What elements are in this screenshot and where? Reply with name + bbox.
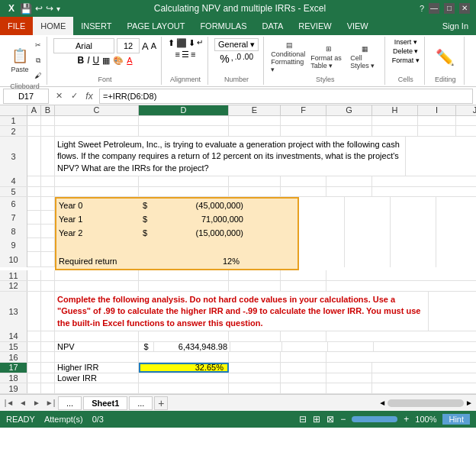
cell-b13[interactable] [41, 292, 55, 331]
cell-b15[interactable] [41, 342, 55, 352]
col-header-f[interactable]: F [281, 105, 326, 115]
cell-d8-sym[interactable]: $ [140, 228, 156, 237]
cell-g18[interactable] [326, 373, 372, 383]
cell-b18[interactable] [41, 373, 55, 383]
cell-d15-val[interactable]: 6,434,948.98 [154, 342, 230, 352]
cell-b6[interactable] [41, 197, 55, 211]
cell-g6[interactable] [345, 197, 391, 211]
cell-e12[interactable] [229, 281, 281, 291]
cell-b19[interactable] [41, 383, 55, 393]
cell-a17[interactable] [27, 363, 41, 373]
cell-d6[interactable]: (45,000,000) [156, 201, 246, 210]
cancel-formula-button[interactable]: ✕ [52, 89, 66, 103]
cell-a12[interactable] [27, 281, 41, 291]
cell-f7[interactable] [299, 211, 345, 224]
cell-b17[interactable] [41, 363, 55, 373]
cell-c14[interactable] [55, 331, 139, 341]
sheet-tab-sheet1[interactable]: Sheet1 [83, 396, 127, 410]
col-header-g[interactable]: G [326, 105, 372, 115]
format-painter-button[interactable]: 🖌 [34, 69, 42, 82]
tab-view[interactable]: VIEW [339, 17, 376, 35]
col-header-e[interactable]: E [229, 105, 281, 115]
cell-d6-sym[interactable]: $ [140, 201, 156, 210]
cell-h7[interactable] [391, 211, 436, 224]
cell-a14[interactable] [27, 331, 41, 341]
cell-c10[interactable]: Required return [56, 257, 140, 266]
col-header-a[interactable]: A [27, 105, 41, 115]
cell-d2[interactable] [139, 126, 229, 136]
cell-d11[interactable] [139, 270, 229, 280]
align-top-button[interactable]: ⬆ [168, 38, 175, 48]
cell-e2[interactable] [229, 126, 281, 136]
cell-d4[interactable] [139, 176, 229, 186]
cell-b8[interactable] [41, 224, 55, 238]
cell-d19[interactable] [139, 383, 229, 393]
font-size-input[interactable] [117, 38, 140, 53]
add-sheet-button[interactable]: + [154, 396, 168, 410]
cell-f5[interactable] [281, 187, 326, 197]
cell-a19[interactable] [27, 383, 41, 393]
cell-c8[interactable]: Year 2 [56, 228, 140, 237]
cell-b7[interactable] [41, 211, 55, 224]
cell-a2[interactable] [27, 126, 41, 136]
font-shrink-icon[interactable]: A [151, 41, 156, 50]
cell-a11[interactable] [27, 270, 41, 280]
cell-b14[interactable] [41, 331, 55, 341]
cell-c13[interactable]: Complete the following analysis. Do not … [55, 292, 429, 331]
cell-b9[interactable] [41, 238, 55, 252]
close-btn[interactable]: ✕ [459, 3, 470, 14]
align-middle-button[interactable]: ⬛ [176, 38, 187, 48]
cell-d1[interactable] [139, 116, 229, 126]
cut-button[interactable]: ✂ [34, 38, 42, 52]
cell-f19[interactable] [281, 383, 326, 393]
format-cells-button[interactable]: Format ▾ [392, 57, 420, 64]
tab-review[interactable]: REVIEW [291, 17, 339, 35]
tab-data[interactable]: DATA [255, 17, 291, 35]
cell-b10[interactable] [41, 252, 55, 267]
cell-c1[interactable] [55, 116, 139, 126]
tab-last-button[interactable]: ►| [44, 397, 56, 409]
cell-f16[interactable] [281, 352, 326, 362]
cell-a13[interactable] [27, 292, 41, 331]
redo-icon[interactable]: ↪ [46, 3, 53, 14]
col-header-j[interactable]: J [456, 105, 476, 115]
sheet-tab-dots-right[interactable]: ... [129, 396, 153, 410]
cell-c6[interactable]: Year 0 [56, 201, 140, 210]
cell-f15[interactable] [282, 342, 328, 352]
align-right-button[interactable]: ≡ [191, 50, 195, 60]
col-header-h[interactable]: H [372, 105, 418, 115]
cell-d8[interactable]: (15,000,000) [156, 228, 246, 237]
cell-c2[interactable] [55, 126, 139, 136]
cell-c7[interactable]: Year 1 [56, 215, 140, 224]
cell-g8[interactable] [345, 224, 391, 238]
col-header-d[interactable]: D [139, 105, 229, 115]
cell-g7[interactable] [345, 211, 391, 224]
cell-reference-box[interactable] [3, 89, 49, 104]
cell-d14[interactable] [139, 331, 229, 341]
view-page-break-icon[interactable]: ⊠ [326, 414, 334, 425]
cell-i1[interactable] [418, 116, 456, 126]
delete-cells-button[interactable]: Delete ▾ [393, 47, 419, 55]
fill-color-button[interactable]: 🎨 [113, 56, 124, 66]
quick-access-more[interactable]: ▾ [56, 5, 60, 13]
cell-b1[interactable] [41, 116, 55, 126]
cell-e1[interactable] [229, 116, 281, 126]
cell-c16[interactable] [55, 352, 139, 362]
cell-g10[interactable] [345, 252, 391, 267]
col-header-b[interactable]: B [41, 105, 55, 115]
zoom-in-icon[interactable]: + [404, 414, 409, 425]
cell-c3[interactable]: Light Sweet Petroleum, Inc., is trying t… [55, 137, 406, 176]
tab-page-layout[interactable]: PAGE LAYOUT [119, 17, 192, 35]
cell-a8[interactable] [27, 224, 41, 238]
italic-button[interactable]: I [87, 55, 89, 66]
cell-styles-button[interactable]: ▦ Cell Styles ▾ [349, 42, 380, 73]
tab-next-button[interactable]: ► [31, 397, 43, 409]
cell-e16[interactable] [229, 352, 281, 362]
scroll-left-btn[interactable]: ◄ [378, 399, 386, 407]
cell-e19[interactable] [229, 383, 281, 393]
bold-button[interactable]: B [77, 55, 84, 66]
zoom-out-icon[interactable]: − [340, 414, 346, 425]
cell-a1[interactable] [27, 116, 41, 126]
cell-g1[interactable] [326, 116, 372, 126]
cell-c11[interactable] [55, 270, 139, 280]
